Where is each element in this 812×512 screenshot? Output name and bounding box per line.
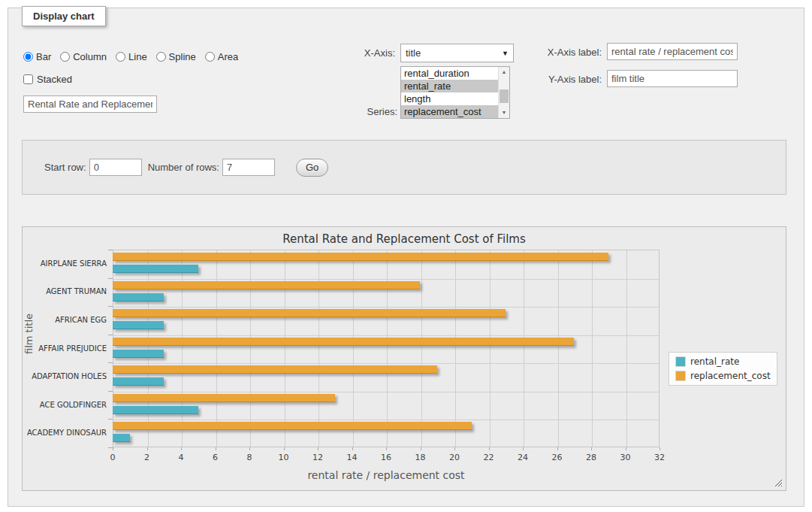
legend-label: rental_rate [690,356,739,367]
series-option-length[interactable]: length [401,92,498,105]
x-tick-label: 14 [337,453,367,462]
bar-rental_rate [113,406,198,414]
x-tick [660,447,660,450]
chart-type-option-column[interactable]: Column [60,51,107,62]
start-row-input[interactable] [89,159,142,176]
x-tick-label: 8 [234,453,264,462]
chart-type-option-bar[interactable]: Bar [23,51,51,62]
scroll-up-icon[interactable]: ▲ [499,67,509,77]
legend-item-rental_rate: rental_rate [675,356,771,367]
chart-type-option-line[interactable]: Line [116,51,147,62]
bar-replacement_cost [113,309,506,317]
chart-type-radio-column[interactable] [60,52,70,62]
gridline [285,250,285,447]
start-row-label: Start row: [44,162,86,173]
x-axis-text-label: X-Axis label: [527,44,602,62]
gridline [387,250,388,447]
chart-type-option-spline[interactable]: Spline [156,51,196,62]
series-option-rental_rate[interactable]: rental_rate [401,80,498,92]
x-tick [249,447,250,450]
number-of-rows-input[interactable] [222,159,275,176]
gridline [216,250,217,447]
y-axis-label-input[interactable] [607,70,738,87]
x-tick [557,447,558,450]
bar-rental_rate [113,434,130,442]
stacked-option[interactable]: Stacked [23,74,72,85]
x-tick-label: 24 [508,453,538,462]
x-axis-label-input[interactable] [607,43,738,60]
gridline [113,335,659,336]
chart-type-radio-label: Spline [169,51,196,62]
panel-title: Display chart [22,6,106,26]
chart-type-radio-bar[interactable] [23,52,33,62]
bar-rental_rate [113,321,164,329]
chart-title-input[interactable] [23,95,157,113]
gridline [250,250,251,447]
go-button[interactable]: Go [296,159,328,177]
category-label: ADAPTATION HOLES [23,372,107,380]
chart-type-radio-label: Area [218,51,238,62]
x-tick-label: 2 [132,453,162,462]
x-axis-select[interactable]: title ▼ [400,44,514,62]
series-option-rental_duration[interactable]: rental_duration [401,67,498,80]
y-tick [108,250,113,250]
chart-type-radio-line[interactable] [116,52,125,62]
chevron-down-icon: ▼ [502,50,509,57]
gridline [113,307,659,308]
bar-replacement_cost [113,422,472,430]
bar-rental_rate [113,293,164,301]
x-tick [216,447,216,450]
chart-type-radio-area[interactable] [205,52,215,62]
bar-replacement_cost [113,365,437,374]
resize-handle-icon[interactable] [774,479,782,486]
x-tick-label: 10 [269,453,299,462]
gridline [113,392,659,392]
y-tick [108,278,113,279]
bar-replacement_cost [113,338,574,346]
category-label: ACADEMY DINOSAUR [23,429,107,437]
chart-type-radio-group: BarColumnLineSplineArea [23,51,238,62]
bar-rental_rate [113,265,198,273]
x-tick [591,447,592,450]
x-tick [318,447,318,450]
bar-replacement_cost [113,394,335,402]
y-tick [108,335,113,335]
chart-type-radio-label: Line [128,51,147,62]
x-tick-label: 12 [303,453,333,462]
gridline [148,250,149,447]
scrollbar-thumb[interactable] [500,89,509,103]
chart-legend: rental_ratereplacement_cost [669,352,777,386]
gridline [113,363,659,364]
gridline [626,250,627,447]
stacked-checkbox[interactable] [23,74,33,84]
x-tick [626,447,626,450]
category-label: AGENT TRUMAN [23,287,107,295]
gridline [318,250,319,447]
category-label: AIRPLANE SIERRA [23,259,107,268]
listbox-scrollbar[interactable]: ▲ ▼ [498,67,509,118]
x-tick-label: 4 [166,453,196,462]
x-axis-select-label: X-Axis: [324,44,395,62]
scrollbar-track[interactable] [499,77,509,108]
x-tick-label: 22 [474,453,504,462]
y-tick [108,391,113,392]
legend-item-replacement_cost: replacement_cost [675,371,771,381]
x-tick [181,447,182,450]
x-tick [147,447,148,450]
chart-type-radio-label: Column [73,51,107,62]
chart-type-option-area[interactable]: Area [205,51,238,62]
bar-replacement_cost [113,253,608,261]
chart-title: Rental Rate and Replacement Cost of Film… [23,232,786,246]
scroll-down-icon[interactable]: ▼ [499,108,509,118]
gridline [113,279,659,280]
legend-label: replacement_cost [690,371,771,381]
chart-type-radio-spline[interactable] [156,52,166,62]
legend-swatch-icon [675,371,686,381]
series-listbox[interactable]: rental_durationrental_ratelengthreplacem… [400,66,510,119]
gridline [455,250,456,447]
series-option-replacement_cost[interactable]: replacement_cost [401,105,498,118]
x-tick-label: 30 [611,453,641,462]
x-tick [454,447,455,450]
chart-plot-area [113,250,660,447]
bar-rental_rate [113,377,164,386]
